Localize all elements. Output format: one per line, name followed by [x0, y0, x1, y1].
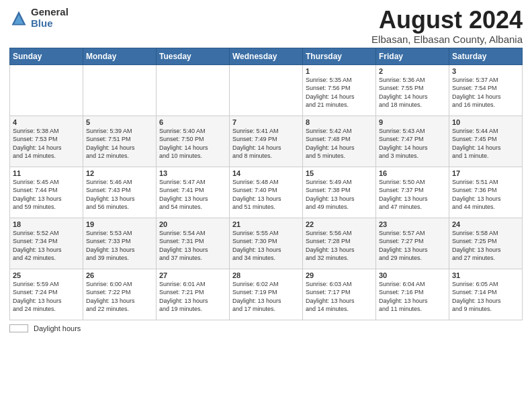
calendar-cell: 27Sunrise: 6:01 AM Sunset: 7:21 PM Dayli… [157, 269, 230, 320]
calendar-week-row: 18Sunrise: 5:52 AM Sunset: 7:34 PM Dayli… [10, 218, 523, 269]
day-info: Sunrise: 5:39 AM Sunset: 7:51 PM Dayligh… [86, 127, 153, 161]
calendar-cell: 7Sunrise: 5:41 AM Sunset: 7:49 PM Daylig… [230, 116, 303, 167]
calendar-cell: 1Sunrise: 5:35 AM Sunset: 7:56 PM Daylig… [303, 64, 376, 116]
day-info: Sunrise: 5:53 AM Sunset: 7:33 PM Dayligh… [86, 229, 153, 263]
calendar-header-row: SundayMondayTuesdayWednesdayThursdayFrid… [10, 48, 523, 64]
calendar-header-friday: Friday [376, 48, 449, 64]
calendar-cell: 8Sunrise: 5:42 AM Sunset: 7:48 PM Daylig… [303, 116, 376, 167]
calendar-cell: 10Sunrise: 5:44 AM Sunset: 7:45 PM Dayli… [449, 116, 523, 167]
day-number: 2 [379, 67, 446, 75]
day-number: 26 [86, 271, 153, 279]
calendar-cell: 28Sunrise: 6:02 AM Sunset: 7:19 PM Dayli… [230, 269, 303, 320]
day-info: Sunrise: 5:42 AM Sunset: 7:48 PM Dayligh… [306, 127, 373, 161]
day-number: 10 [452, 118, 519, 126]
calendar-cell: 6Sunrise: 5:40 AM Sunset: 7:50 PM Daylig… [157, 116, 230, 167]
calendar-cell: 29Sunrise: 6:03 AM Sunset: 7:17 PM Dayli… [303, 269, 376, 320]
day-info: Sunrise: 5:47 AM Sunset: 7:41 PM Dayligh… [159, 178, 226, 212]
day-info: Sunrise: 5:36 AM Sunset: 7:55 PM Dayligh… [379, 76, 446, 109]
day-number: 19 [86, 220, 153, 228]
day-info: Sunrise: 5:40 AM Sunset: 7:50 PM Dayligh… [159, 127, 226, 161]
day-number: 5 [86, 118, 153, 126]
calendar-cell: 13Sunrise: 5:47 AM Sunset: 7:41 PM Dayli… [157, 167, 230, 218]
logo-general: General [31, 7, 69, 18]
day-number: 13 [159, 169, 226, 177]
calendar-cell: 19Sunrise: 5:53 AM Sunset: 7:33 PM Dayli… [83, 218, 157, 269]
day-number: 7 [232, 118, 300, 126]
day-number: 25 [13, 271, 80, 279]
day-number: 11 [13, 169, 80, 177]
day-number: 21 [232, 220, 300, 228]
calendar-header-monday: Monday [83, 48, 157, 64]
day-number: 12 [86, 169, 153, 177]
calendar-cell: 25Sunrise: 5:59 AM Sunset: 7:24 PM Dayli… [10, 269, 83, 320]
calendar-cell: 5Sunrise: 5:39 AM Sunset: 7:51 PM Daylig… [83, 116, 157, 167]
calendar-cell: 11Sunrise: 5:45 AM Sunset: 7:44 PM Dayli… [10, 167, 83, 218]
calendar-week-row: 25Sunrise: 5:59 AM Sunset: 7:24 PM Dayli… [10, 269, 523, 320]
day-info: Sunrise: 5:41 AM Sunset: 7:49 PM Dayligh… [232, 127, 300, 161]
title-block: August 2024 Elbasan, Elbasan County, Alb… [371, 7, 523, 45]
logo-blue: Blue [31, 18, 69, 30]
calendar-cell: 18Sunrise: 5:52 AM Sunset: 7:34 PM Dayli… [10, 218, 83, 269]
calendar-cell: 31Sunrise: 6:05 AM Sunset: 7:14 PM Dayli… [449, 269, 523, 320]
day-number: 23 [379, 220, 446, 228]
day-number: 27 [159, 271, 226, 279]
day-info: Sunrise: 5:44 AM Sunset: 7:45 PM Dayligh… [452, 127, 519, 161]
day-info: Sunrise: 5:46 AM Sunset: 7:43 PM Dayligh… [86, 178, 153, 212]
calendar-week-row: 11Sunrise: 5:45 AM Sunset: 7:44 PM Dayli… [10, 167, 523, 218]
day-number: 17 [452, 169, 519, 177]
calendar-cell: 24Sunrise: 5:58 AM Sunset: 7:25 PM Dayli… [449, 218, 523, 269]
day-number: 20 [159, 220, 226, 228]
header: General Blue August 2024 Elbasan, Elbasa… [9, 7, 523, 45]
day-number: 4 [13, 118, 80, 126]
calendar-cell [157, 64, 230, 116]
day-info: Sunrise: 5:59 AM Sunset: 7:24 PM Dayligh… [13, 280, 80, 314]
calendar-cell: 14Sunrise: 5:48 AM Sunset: 7:40 PM Dayli… [230, 167, 303, 218]
calendar-cell [10, 64, 83, 116]
main-title: August 2024 [371, 7, 523, 34]
calendar-cell: 4Sunrise: 5:38 AM Sunset: 7:53 PM Daylig… [10, 116, 83, 167]
calendar-cell: 23Sunrise: 5:57 AM Sunset: 7:27 PM Dayli… [376, 218, 449, 269]
calendar-header-sunday: Sunday [10, 48, 83, 64]
day-info: Sunrise: 5:55 AM Sunset: 7:30 PM Dayligh… [232, 229, 300, 263]
day-info: Sunrise: 5:35 AM Sunset: 7:56 PM Dayligh… [306, 76, 373, 109]
calendar-header-thursday: Thursday [303, 48, 376, 64]
calendar-cell: 15Sunrise: 5:49 AM Sunset: 7:38 PM Dayli… [303, 167, 376, 218]
calendar-cell: 17Sunrise: 5:51 AM Sunset: 7:36 PM Dayli… [449, 167, 523, 218]
day-info: Sunrise: 5:45 AM Sunset: 7:44 PM Dayligh… [13, 178, 80, 212]
day-number: 29 [306, 271, 373, 279]
calendar-week-row: 4Sunrise: 5:38 AM Sunset: 7:53 PM Daylig… [10, 116, 523, 167]
calendar-week-row: 1Sunrise: 5:35 AM Sunset: 7:56 PM Daylig… [10, 64, 523, 116]
day-number: 6 [159, 118, 226, 126]
calendar-header-wednesday: Wednesday [230, 48, 303, 64]
day-info: Sunrise: 6:01 AM Sunset: 7:21 PM Dayligh… [159, 280, 226, 314]
daylight-label: Daylight hours [34, 324, 81, 332]
calendar-cell: 12Sunrise: 5:46 AM Sunset: 7:43 PM Dayli… [83, 167, 157, 218]
day-info: Sunrise: 5:56 AM Sunset: 7:28 PM Dayligh… [306, 229, 373, 263]
day-number: 22 [306, 220, 373, 228]
day-info: Sunrise: 6:04 AM Sunset: 7:16 PM Dayligh… [379, 280, 446, 314]
logo-icon [9, 9, 28, 28]
calendar-cell: 26Sunrise: 6:00 AM Sunset: 7:22 PM Dayli… [83, 269, 157, 320]
day-info: Sunrise: 5:58 AM Sunset: 7:25 PM Dayligh… [452, 229, 519, 263]
day-number: 3 [452, 67, 519, 75]
day-number: 24 [452, 220, 519, 228]
calendar-cell: 22Sunrise: 5:56 AM Sunset: 7:28 PM Dayli… [303, 218, 376, 269]
logo: General Blue [9, 7, 69, 29]
calendar-cell: 16Sunrise: 5:50 AM Sunset: 7:37 PM Dayli… [376, 167, 449, 218]
day-number: 8 [306, 118, 373, 126]
day-info: Sunrise: 5:54 AM Sunset: 7:31 PM Dayligh… [159, 229, 226, 263]
calendar-cell: 9Sunrise: 5:43 AM Sunset: 7:47 PM Daylig… [376, 116, 449, 167]
day-number: 1 [306, 67, 373, 75]
day-number: 30 [379, 271, 446, 279]
day-info: Sunrise: 6:02 AM Sunset: 7:19 PM Dayligh… [232, 280, 300, 314]
calendar-cell [230, 64, 303, 116]
calendar-header-saturday: Saturday [449, 48, 523, 64]
calendar-cell [83, 64, 157, 116]
day-info: Sunrise: 5:48 AM Sunset: 7:40 PM Dayligh… [232, 178, 300, 212]
calendar-cell: 30Sunrise: 6:04 AM Sunset: 7:16 PM Dayli… [376, 269, 449, 320]
calendar-cell: 21Sunrise: 5:55 AM Sunset: 7:30 PM Dayli… [230, 218, 303, 269]
calendar-cell: 2Sunrise: 5:36 AM Sunset: 7:55 PM Daylig… [376, 64, 449, 116]
day-number: 18 [13, 220, 80, 228]
day-info: Sunrise: 5:51 AM Sunset: 7:36 PM Dayligh… [452, 178, 519, 212]
day-info: Sunrise: 5:43 AM Sunset: 7:47 PM Dayligh… [379, 127, 446, 161]
